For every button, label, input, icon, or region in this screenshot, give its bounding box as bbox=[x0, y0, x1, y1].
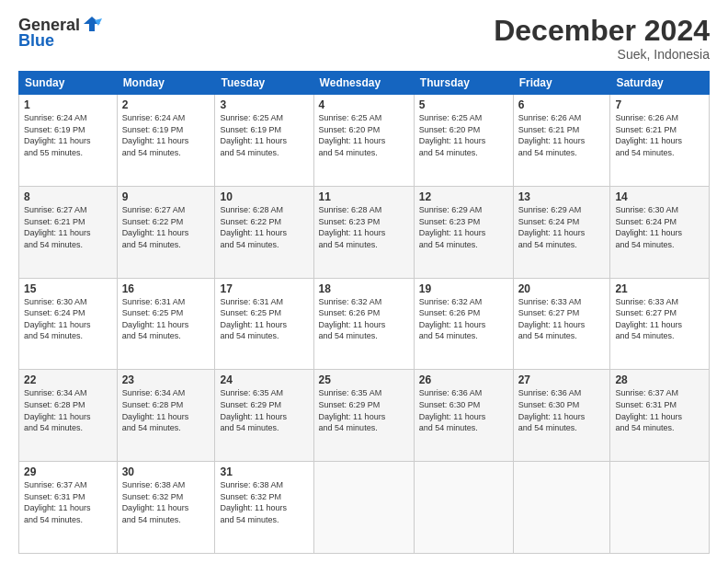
calendar-header-row: SundayMondayTuesdayWednesdayThursdayFrid… bbox=[19, 72, 710, 95]
logo: General Blue bbox=[18, 15, 102, 51]
day-info: Sunrise: 6:29 AM Sunset: 6:24 PM Dayligh… bbox=[518, 204, 606, 250]
calendar-day-cell: 10Sunrise: 6:28 AM Sunset: 6:22 PM Dayli… bbox=[215, 186, 313, 278]
calendar-day-cell: 14Sunrise: 6:30 AM Sunset: 6:24 PM Dayli… bbox=[610, 186, 710, 278]
calendar-day-cell: 8Sunrise: 6:27 AM Sunset: 6:21 PM Daylig… bbox=[19, 186, 118, 278]
day-info: Sunrise: 6:29 AM Sunset: 6:23 PM Dayligh… bbox=[419, 204, 508, 250]
calendar-day-cell: 5Sunrise: 6:25 AM Sunset: 6:20 PM Daylig… bbox=[414, 95, 513, 187]
day-number: 18 bbox=[319, 282, 409, 295]
day-info: Sunrise: 6:37 AM Sunset: 6:31 PM Dayligh… bbox=[24, 479, 112, 525]
day-number: 9 bbox=[122, 190, 210, 203]
day-number: 8 bbox=[24, 190, 112, 203]
day-number: 12 bbox=[419, 190, 508, 203]
day-number: 17 bbox=[220, 282, 308, 295]
day-number: 10 bbox=[220, 190, 308, 203]
day-number: 29 bbox=[24, 465, 112, 478]
column-header-sunday: Sunday bbox=[19, 72, 118, 95]
day-number: 23 bbox=[122, 373, 210, 386]
day-info: Sunrise: 6:24 AM Sunset: 6:19 PM Dayligh… bbox=[24, 112, 112, 158]
calendar-day-cell: 3Sunrise: 6:25 AM Sunset: 6:19 PM Daylig… bbox=[215, 95, 313, 187]
logo-bird-icon bbox=[82, 15, 102, 35]
day-number: 16 bbox=[122, 282, 210, 295]
header: General Blue December 2024 Suek, Indones… bbox=[18, 15, 710, 62]
day-info: Sunrise: 6:28 AM Sunset: 6:23 PM Dayligh… bbox=[319, 204, 409, 250]
day-info: Sunrise: 6:30 AM Sunset: 6:24 PM Dayligh… bbox=[24, 296, 112, 342]
day-info: Sunrise: 6:25 AM Sunset: 6:20 PM Dayligh… bbox=[419, 112, 508, 158]
calendar-table: SundayMondayTuesdayWednesdayThursdayFrid… bbox=[18, 71, 710, 554]
calendar-day-cell: 29Sunrise: 6:37 AM Sunset: 6:31 PM Dayli… bbox=[19, 462, 118, 554]
day-info: Sunrise: 6:33 AM Sunset: 6:27 PM Dayligh… bbox=[518, 296, 606, 342]
day-info: Sunrise: 6:33 AM Sunset: 6:27 PM Dayligh… bbox=[615, 296, 704, 342]
calendar-week-row: 22Sunrise: 6:34 AM Sunset: 6:28 PM Dayli… bbox=[19, 370, 710, 462]
day-info: Sunrise: 6:24 AM Sunset: 6:19 PM Dayligh… bbox=[122, 112, 210, 158]
day-number: 4 bbox=[319, 98, 409, 111]
day-number: 7 bbox=[615, 98, 704, 111]
day-info: Sunrise: 6:37 AM Sunset: 6:31 PM Dayligh… bbox=[615, 387, 704, 433]
day-info: Sunrise: 6:35 AM Sunset: 6:29 PM Dayligh… bbox=[220, 387, 308, 433]
calendar-day-cell: 18Sunrise: 6:32 AM Sunset: 6:26 PM Dayli… bbox=[313, 278, 414, 370]
column-header-friday: Friday bbox=[513, 72, 610, 95]
day-info: Sunrise: 6:32 AM Sunset: 6:26 PM Dayligh… bbox=[419, 296, 508, 342]
day-number: 11 bbox=[319, 190, 409, 203]
day-number: 26 bbox=[419, 373, 508, 386]
day-number: 13 bbox=[518, 190, 606, 203]
day-number: 28 bbox=[615, 373, 704, 386]
calendar-day-cell: 13Sunrise: 6:29 AM Sunset: 6:24 PM Dayli… bbox=[513, 186, 610, 278]
column-header-monday: Monday bbox=[117, 72, 215, 95]
month-title: December 2024 bbox=[494, 15, 710, 47]
calendar-day-cell: 4Sunrise: 6:25 AM Sunset: 6:20 PM Daylig… bbox=[313, 95, 414, 187]
day-info: Sunrise: 6:31 AM Sunset: 6:25 PM Dayligh… bbox=[220, 296, 308, 342]
calendar-empty-cell bbox=[513, 462, 610, 554]
calendar-day-cell: 25Sunrise: 6:35 AM Sunset: 6:29 PM Dayli… bbox=[313, 370, 414, 462]
day-number: 22 bbox=[24, 373, 112, 386]
column-header-saturday: Saturday bbox=[610, 72, 710, 95]
calendar-day-cell: 21Sunrise: 6:33 AM Sunset: 6:27 PM Dayli… bbox=[610, 278, 710, 370]
day-number: 1 bbox=[24, 98, 112, 111]
calendar-week-row: 29Sunrise: 6:37 AM Sunset: 6:31 PM Dayli… bbox=[19, 462, 710, 554]
calendar-day-cell: 11Sunrise: 6:28 AM Sunset: 6:23 PM Dayli… bbox=[313, 186, 414, 278]
day-info: Sunrise: 6:35 AM Sunset: 6:29 PM Dayligh… bbox=[319, 387, 409, 433]
day-number: 24 bbox=[220, 373, 308, 386]
calendar-empty-cell bbox=[313, 462, 414, 554]
day-info: Sunrise: 6:26 AM Sunset: 6:21 PM Dayligh… bbox=[615, 112, 704, 158]
day-info: Sunrise: 6:31 AM Sunset: 6:25 PM Dayligh… bbox=[122, 296, 210, 342]
calendar-day-cell: 23Sunrise: 6:34 AM Sunset: 6:28 PM Dayli… bbox=[117, 370, 215, 462]
calendar-day-cell: 16Sunrise: 6:31 AM Sunset: 6:25 PM Dayli… bbox=[117, 278, 215, 370]
calendar-day-cell: 17Sunrise: 6:31 AM Sunset: 6:25 PM Dayli… bbox=[215, 278, 313, 370]
day-number: 20 bbox=[518, 282, 606, 295]
title-block: December 2024 Suek, Indonesia bbox=[494, 15, 710, 62]
logo-blue: Blue bbox=[18, 31, 54, 51]
calendar-day-cell: 24Sunrise: 6:35 AM Sunset: 6:29 PM Dayli… bbox=[215, 370, 313, 462]
day-info: Sunrise: 6:25 AM Sunset: 6:19 PM Dayligh… bbox=[220, 112, 308, 158]
calendar-day-cell: 12Sunrise: 6:29 AM Sunset: 6:23 PM Dayli… bbox=[414, 186, 513, 278]
calendar-day-cell: 1Sunrise: 6:24 AM Sunset: 6:19 PM Daylig… bbox=[19, 95, 118, 187]
calendar-empty-cell bbox=[414, 462, 513, 554]
day-info: Sunrise: 6:36 AM Sunset: 6:30 PM Dayligh… bbox=[518, 387, 606, 433]
day-number: 30 bbox=[122, 465, 210, 478]
day-info: Sunrise: 6:28 AM Sunset: 6:22 PM Dayligh… bbox=[220, 204, 308, 250]
column-header-wednesday: Wednesday bbox=[313, 72, 414, 95]
day-info: Sunrise: 6:38 AM Sunset: 6:32 PM Dayligh… bbox=[122, 479, 210, 525]
calendar-day-cell: 6Sunrise: 6:26 AM Sunset: 6:21 PM Daylig… bbox=[513, 95, 610, 187]
day-number: 15 bbox=[24, 282, 112, 295]
day-number: 6 bbox=[518, 98, 606, 111]
day-number: 31 bbox=[220, 465, 308, 478]
calendar-day-cell: 30Sunrise: 6:38 AM Sunset: 6:32 PM Dayli… bbox=[117, 462, 215, 554]
day-info: Sunrise: 6:34 AM Sunset: 6:28 PM Dayligh… bbox=[24, 387, 112, 433]
calendar-day-cell: 7Sunrise: 6:26 AM Sunset: 6:21 PM Daylig… bbox=[610, 95, 710, 187]
day-number: 19 bbox=[419, 282, 508, 295]
column-header-tuesday: Tuesday bbox=[215, 72, 313, 95]
day-number: 3 bbox=[220, 98, 308, 111]
day-info: Sunrise: 6:32 AM Sunset: 6:26 PM Dayligh… bbox=[319, 296, 409, 342]
day-number: 25 bbox=[319, 373, 409, 386]
calendar-week-row: 8Sunrise: 6:27 AM Sunset: 6:21 PM Daylig… bbox=[19, 186, 710, 278]
calendar-day-cell: 31Sunrise: 6:38 AM Sunset: 6:32 PM Dayli… bbox=[215, 462, 313, 554]
calendar-day-cell: 15Sunrise: 6:30 AM Sunset: 6:24 PM Dayli… bbox=[19, 278, 118, 370]
calendar-day-cell: 19Sunrise: 6:32 AM Sunset: 6:26 PM Dayli… bbox=[414, 278, 513, 370]
day-number: 27 bbox=[518, 373, 606, 386]
day-info: Sunrise: 6:25 AM Sunset: 6:20 PM Dayligh… bbox=[319, 112, 409, 158]
day-info: Sunrise: 6:26 AM Sunset: 6:21 PM Dayligh… bbox=[518, 112, 606, 158]
day-info: Sunrise: 6:38 AM Sunset: 6:32 PM Dayligh… bbox=[220, 479, 308, 525]
calendar-week-row: 1Sunrise: 6:24 AM Sunset: 6:19 PM Daylig… bbox=[19, 95, 710, 187]
calendar-week-row: 15Sunrise: 6:30 AM Sunset: 6:24 PM Dayli… bbox=[19, 278, 710, 370]
calendar-day-cell: 20Sunrise: 6:33 AM Sunset: 6:27 PM Dayli… bbox=[513, 278, 610, 370]
